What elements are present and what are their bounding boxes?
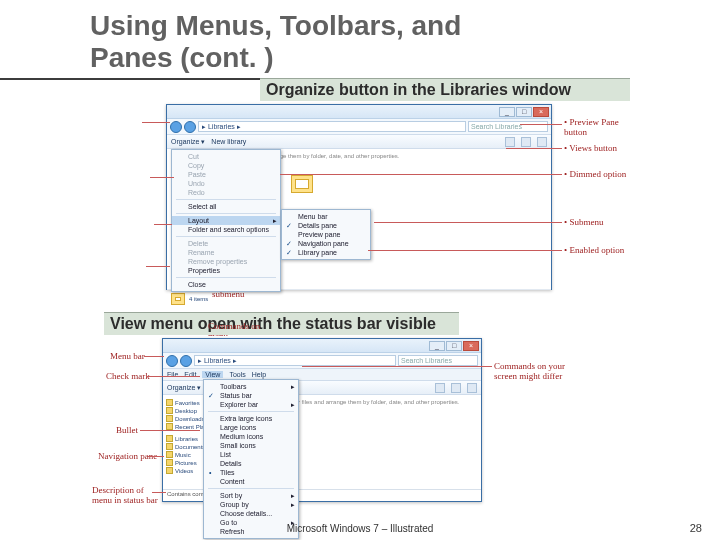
smi-library-pane[interactable]: Library pane bbox=[282, 248, 370, 257]
minimize-button[interactable]: _ bbox=[499, 107, 515, 117]
explorer-window-2: _ □ × ▸ Libraries ▸ Search Libraries Fil… bbox=[162, 338, 482, 502]
organize-button[interactable]: Organize ▾ bbox=[171, 138, 205, 146]
help-icon-2[interactable] bbox=[467, 383, 477, 393]
views-icon[interactable] bbox=[505, 137, 515, 147]
explorer-window-1: _ □ × ▸ Libraries ▸ Search Libraries Org… bbox=[166, 104, 552, 290]
mi-paste[interactable]: Paste bbox=[172, 170, 280, 179]
search-input[interactable]: Search Libraries bbox=[468, 121, 548, 132]
help-icon[interactable] bbox=[537, 137, 547, 147]
figure1: Toolbar Arrow indicates submenu Commands… bbox=[104, 102, 632, 302]
titlebar-2: _ □ × bbox=[163, 339, 481, 353]
label-dimmed: Dimmed option bbox=[564, 170, 642, 180]
search-input-2[interactable]: Search Libraries bbox=[398, 355, 478, 366]
details-text: 4 items bbox=[189, 296, 208, 302]
label-preview-button: Preview Pane button bbox=[564, 118, 642, 138]
music-icon bbox=[166, 451, 173, 458]
vmi-choose-details[interactable]: Choose details... bbox=[204, 509, 298, 518]
back-button[interactable] bbox=[170, 121, 182, 133]
vmi-list[interactable]: List bbox=[204, 450, 298, 459]
minimize-button-2[interactable]: _ bbox=[429, 341, 445, 351]
layout-submenu: Menu bar Details pane Preview pane Navig… bbox=[281, 209, 371, 260]
figure2: Menu bar Check mark Bullet Navigation pa… bbox=[104, 336, 582, 506]
vmi-content[interactable]: Content bbox=[204, 477, 298, 486]
vmi-xl-icons[interactable]: Extra large icons bbox=[204, 414, 298, 423]
page-number: 28 bbox=[690, 522, 702, 534]
doc-icon bbox=[166, 443, 173, 450]
address-bar: ▸ Libraries ▸ Search Libraries bbox=[167, 119, 551, 135]
organize-menu: Cut Copy Paste Undo Redo Select all Layo… bbox=[171, 149, 281, 292]
titlebar: _ □ × bbox=[167, 105, 551, 119]
preview-pane-icon-2[interactable] bbox=[451, 383, 461, 393]
figure2-caption: View menu open with the status bar visib… bbox=[104, 312, 459, 335]
mi-delete[interactable]: Delete bbox=[172, 239, 280, 248]
maximize-button-2[interactable]: □ bbox=[446, 341, 462, 351]
mi-close[interactable]: Close bbox=[172, 280, 280, 289]
vmi-explorer-bar[interactable]: Explorer bar bbox=[204, 400, 298, 409]
label-status-desc: Description of menu in status bar bbox=[92, 486, 164, 506]
vid-icon bbox=[166, 467, 173, 474]
figure1-caption: Organize button in the Libraries window bbox=[260, 78, 630, 101]
mi-remove-props[interactable]: Remove properties bbox=[172, 257, 280, 266]
mi-selectall[interactable]: Select all bbox=[172, 202, 280, 211]
vmi-statusbar[interactable]: Status bar bbox=[204, 391, 298, 400]
mi-folder-options[interactable]: Folder and search options bbox=[172, 225, 280, 234]
vmi-sortby[interactable]: Sort by bbox=[204, 491, 298, 500]
mi-copy[interactable]: Copy bbox=[172, 161, 280, 170]
menu-tools[interactable]: Tools bbox=[229, 371, 245, 378]
desktop-icon bbox=[166, 407, 173, 414]
mi-layout[interactable]: Layout bbox=[172, 216, 280, 225]
maximize-button[interactable]: □ bbox=[516, 107, 532, 117]
command-bar: Organize ▾ New library bbox=[167, 135, 551, 149]
libraries-icon bbox=[166, 435, 173, 442]
label-views-button: Views button bbox=[564, 144, 642, 154]
vmi-md-icons[interactable]: Medium icons bbox=[204, 432, 298, 441]
label-commands-differ: Commands on your screen might differ bbox=[494, 362, 584, 382]
vmi-details[interactable]: Details bbox=[204, 459, 298, 468]
mi-properties[interactable]: Properties bbox=[172, 266, 280, 275]
star-icon bbox=[166, 399, 173, 406]
vmi-lg-icons[interactable]: Large icons bbox=[204, 423, 298, 432]
mi-cut[interactable]: Cut bbox=[172, 152, 280, 161]
views-icon-2[interactable] bbox=[435, 383, 445, 393]
organize-button-2[interactable]: Organize ▾ bbox=[167, 384, 201, 392]
slide-title: Using Menus, Toolbars, and Panes (cont. … bbox=[0, 0, 540, 80]
vmi-toolbars[interactable]: Toolbars bbox=[204, 382, 298, 391]
vmi-tiles[interactable]: Tiles bbox=[204, 468, 298, 477]
vmi-groupby[interactable]: Group by bbox=[204, 500, 298, 509]
recent-icon bbox=[166, 423, 173, 430]
footer-text: Microsoft Windows 7 – Illustrated bbox=[0, 523, 720, 534]
download-icon bbox=[166, 415, 173, 422]
close-button[interactable]: × bbox=[533, 107, 549, 117]
mi-undo[interactable]: Undo bbox=[172, 179, 280, 188]
breadcrumb[interactable]: ▸ Libraries ▸ bbox=[198, 121, 466, 132]
forward-button[interactable] bbox=[184, 121, 196, 133]
details-icon bbox=[171, 293, 185, 305]
mi-redo[interactable]: Redo bbox=[172, 188, 280, 197]
breadcrumb-2[interactable]: ▸ Libraries ▸ bbox=[194, 355, 396, 366]
forward-button-2[interactable] bbox=[180, 355, 192, 367]
mi-rename[interactable]: Rename bbox=[172, 248, 280, 257]
menu-help[interactable]: Help bbox=[252, 371, 266, 378]
pic-icon bbox=[166, 459, 173, 466]
label-submenu: Submenu bbox=[564, 218, 642, 228]
label-enabled: Enabled option bbox=[564, 246, 642, 256]
tile-videos[interactable] bbox=[291, 175, 313, 193]
vmi-sm-icons[interactable]: Small icons bbox=[204, 441, 298, 450]
back-button-2[interactable] bbox=[166, 355, 178, 367]
new-library-button[interactable]: New library bbox=[211, 138, 246, 145]
smi-nav-pane[interactable]: Navigation pane bbox=[282, 239, 370, 248]
smi-menubar[interactable]: Menu bar bbox=[282, 212, 370, 221]
preview-pane-icon[interactable] bbox=[521, 137, 531, 147]
view-menu: Toolbars Status bar Explorer bar Extra l… bbox=[203, 379, 299, 539]
smi-preview-pane[interactable]: Preview pane bbox=[282, 230, 370, 239]
smi-details-pane[interactable]: Details pane bbox=[282, 221, 370, 230]
close-button-2[interactable]: × bbox=[463, 341, 479, 351]
menu-view[interactable]: View bbox=[202, 371, 223, 378]
